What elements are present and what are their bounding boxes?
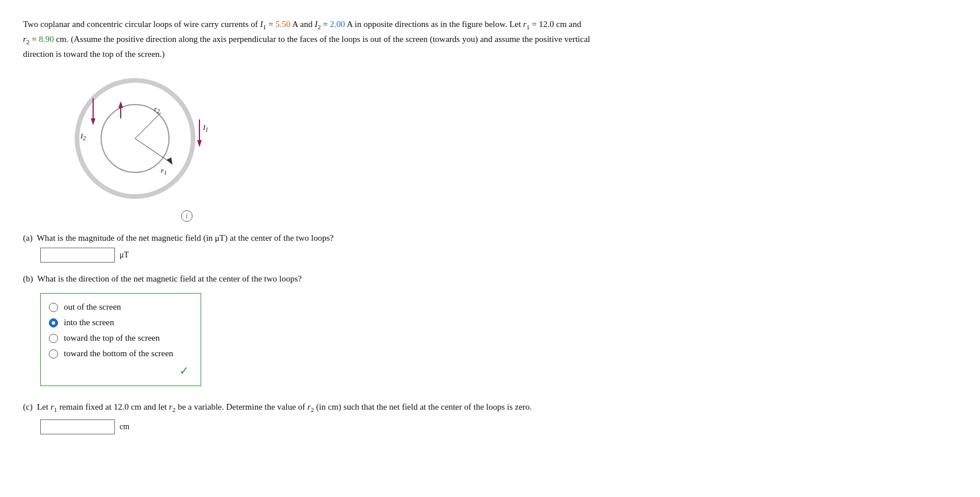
svg-text:r2: r2 xyxy=(154,105,160,114)
part-a-label: (a) What is the magnitude of the net mag… xyxy=(23,233,957,243)
radio-label-toward-bottom: toward the bottom of the screen xyxy=(64,349,173,359)
svg-line-8 xyxy=(135,113,161,138)
radio-option-toward-top[interactable]: toward the top of the screen xyxy=(49,330,189,346)
radio-label-out-of-screen: out of the screen xyxy=(64,302,121,312)
r2-value: 8.90 xyxy=(39,34,53,44)
svg-marker-7 xyxy=(118,101,123,108)
I2-value: 2.00 xyxy=(330,20,345,29)
I1-value: 5.50 xyxy=(275,20,290,29)
svg-marker-11 xyxy=(167,157,172,165)
part-a-unit: μT xyxy=(120,251,129,260)
part-c-text-content: Let r1 remain fixed at 12.0 cm and let r… xyxy=(37,402,532,411)
part-c: (c) Let r1 remain fixed at 12.0 cm and l… xyxy=(23,400,957,434)
I2-unit-text: A in opposite directions as in the figur… xyxy=(345,20,581,29)
radio-circle-out-of-screen xyxy=(49,303,58,312)
figure-svg: I2 I1 r2 r1 xyxy=(69,72,218,228)
part-c-unit: cm xyxy=(120,422,129,431)
line3-text: direction is toward the top of the scree… xyxy=(23,49,165,59)
radio-option-out-of-screen[interactable]: out of the screen xyxy=(49,299,189,315)
part-c-question: (c) Let r1 remain fixed at 12.0 cm and l… xyxy=(23,400,655,415)
radio-option-into-screen[interactable]: into the screen xyxy=(49,315,189,330)
I1-unit: A and I2 = xyxy=(290,20,330,29)
part-a-question: What is the magnitude of the net magneti… xyxy=(37,233,334,242)
svg-text:I1: I1 xyxy=(202,123,208,133)
checkmark-icon: ✓ xyxy=(179,364,189,377)
line2-text: r2 = xyxy=(23,34,39,44)
svg-marker-1 xyxy=(91,118,95,125)
intro-text: Two coplanar and concentric circular loo… xyxy=(23,20,275,29)
radio-circle-toward-bottom xyxy=(49,349,58,359)
part-b-question: What is the direction of the net magneti… xyxy=(37,274,302,283)
problem-statement: Two coplanar and concentric circular loo… xyxy=(23,17,655,61)
svg-text:r1: r1 xyxy=(161,166,167,176)
svg-marker-4 xyxy=(197,140,202,147)
part-a-input-row: μT xyxy=(40,248,957,263)
checkmark-row: ✓ xyxy=(49,361,189,377)
radio-group: out of the screen into the screen toward… xyxy=(40,293,201,386)
radio-circle-toward-top xyxy=(49,334,58,343)
r2-rest: cm. (Assume the positive direction along… xyxy=(54,34,590,44)
part-b: (b) What is the direction of the net mag… xyxy=(23,274,957,386)
info-icon: i xyxy=(181,210,193,222)
svg-line-10 xyxy=(135,138,171,163)
svg-text:I2: I2 xyxy=(80,132,86,141)
part-b-label: (b) What is the direction of the net mag… xyxy=(23,274,957,284)
part-c-input-row: cm xyxy=(40,419,957,434)
radio-circle-into-screen xyxy=(49,318,58,328)
radio-label-toward-top: toward the top of the screen xyxy=(64,333,160,343)
radio-option-toward-bottom[interactable]: toward the bottom of the screen xyxy=(49,346,189,361)
part-c-input[interactable] xyxy=(40,419,115,434)
radio-label-into-screen: into the screen xyxy=(64,318,114,328)
part-a-input[interactable] xyxy=(40,248,115,263)
figure: I2 I1 r2 r1 i xyxy=(69,72,218,222)
part-a: (a) What is the magnitude of the net mag… xyxy=(23,233,957,263)
